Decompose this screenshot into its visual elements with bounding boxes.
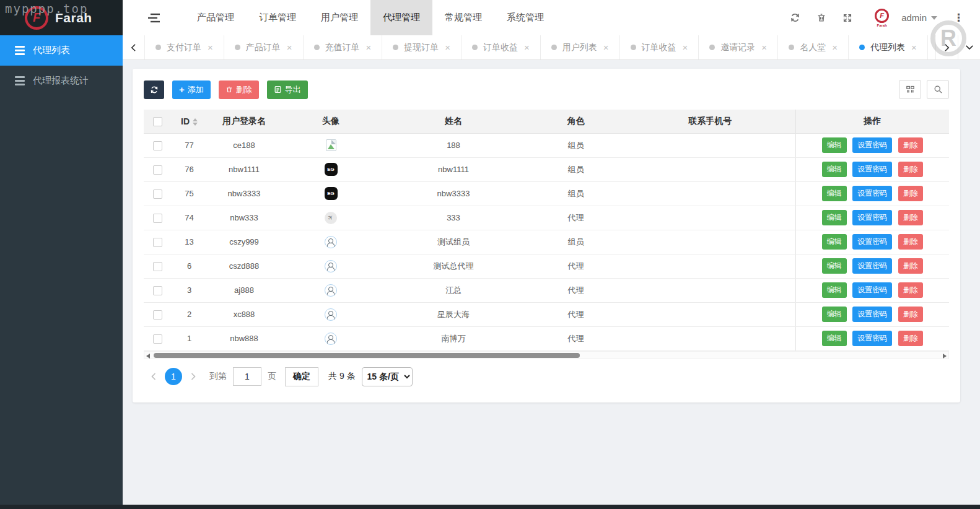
tab-close-icon[interactable]: × [287,42,292,53]
fullscreen-icon[interactable] [842,13,852,23]
tab[interactable]: 订单收益 × [620,35,699,59]
edit-button[interactable]: 编辑 [822,137,847,153]
set-password-button[interactable]: 设置密码 [852,162,892,177]
select-all-checkbox[interactable] [153,117,162,126]
table-row: 75 nbw3333 EG nbw3333 组员 编辑 设置密码 删除 [144,181,949,206]
export-button-label: 导出 [285,84,301,95]
tab-close-icon[interactable]: × [761,42,767,53]
tab-close-icon[interactable]: × [911,42,917,53]
tabs-dropdown-icon[interactable] [958,35,980,59]
set-password-button[interactable]: 设置密码 [852,331,892,346]
tab-close-icon[interactable]: × [683,42,688,53]
delete-row-button[interactable]: 删除 [898,137,923,153]
set-password-button[interactable]: 设置密码 [852,186,892,201]
top-header: 产品管理 订单管理 用户管理 代理管理 常规管理 系统管理 F Farah [123,0,980,35]
row-checkbox[interactable] [153,165,162,175]
scrollbar-thumb[interactable] [154,353,580,358]
delete-row-button[interactable]: 删除 [898,186,923,201]
row-checkbox[interactable] [153,238,162,247]
brand-logo-area[interactable]: F Farah [0,0,123,35]
export-button[interactable]: 导出 [267,80,308,99]
tabs-scroll-right-icon[interactable] [935,35,958,59]
tab[interactable]: 充值订单 × [304,35,383,59]
tab[interactable]: 邀请记录 × [699,35,778,59]
set-password-button[interactable]: 设置密码 [852,234,892,250]
prev-page-icon[interactable] [149,372,159,381]
confirm-page-button[interactable]: 确定 [285,367,318,386]
edit-button[interactable]: 编辑 [822,162,847,177]
edit-button[interactable]: 编辑 [822,331,847,346]
tab-close-icon[interactable]: × [366,42,372,53]
scroll-right-arrow-icon[interactable] [943,354,947,359]
delete-row-button[interactable]: 删除 [898,331,923,346]
edit-button[interactable]: 编辑 [822,307,847,322]
tab[interactable]: 订单收益 × [462,35,541,59]
tab-close-icon[interactable]: × [832,42,838,53]
column-settings-icon[interactable] [899,80,921,99]
top-nav-item[interactable]: 产品管理 [185,0,247,35]
row-checkbox[interactable] [153,286,162,295]
tab-close-icon[interactable]: × [603,42,609,53]
delete-row-button[interactable]: 删除 [898,162,923,177]
next-page-icon[interactable] [188,372,198,381]
tab-close-icon[interactable]: × [208,42,213,53]
sort-icon[interactable] [193,118,198,126]
edit-button[interactable]: 编辑 [822,210,847,225]
user-avatar[interactable]: F Farah [875,9,889,27]
tab-close-icon[interactable]: × [445,42,450,53]
trash-icon[interactable] [816,12,826,23]
set-password-button[interactable]: 设置密码 [852,307,892,322]
horizontal-scrollbar[interactable] [144,351,949,359]
top-nav: 产品管理 订单管理 用户管理 代理管理 常规管理 系统管理 [185,0,556,35]
sidebar-toggle-icon[interactable] [123,0,185,35]
column-header-name: 姓名 [380,110,527,133]
sidebar-item[interactable]: 代理报表统计 [0,66,123,96]
page-size-select[interactable]: 15 条/页 [362,367,413,386]
set-password-button[interactable]: 设置密码 [852,258,892,274]
current-page-button[interactable]: 1 [165,368,182,385]
delete-row-button[interactable]: 删除 [898,282,923,298]
refresh-icon[interactable] [790,12,800,23]
row-checkbox[interactable] [153,141,162,150]
delete-button[interactable]: 删除 [219,80,259,99]
delete-row-button[interactable]: 删除 [898,234,923,250]
row-checkbox[interactable] [153,334,162,344]
set-password-button[interactable]: 设置密码 [852,210,892,225]
add-button[interactable]: + 添加 [172,80,211,99]
delete-row-button[interactable]: 删除 [898,210,923,225]
set-password-button[interactable]: 设置密码 [852,282,892,298]
edit-button[interactable]: 编辑 [822,234,847,250]
goto-page-input[interactable] [233,367,261,386]
column-header-id[interactable]: ID [172,110,207,133]
set-password-button[interactable]: 设置密码 [852,137,892,153]
tab[interactable]: 支付订单 × [145,35,224,59]
search-icon[interactable] [927,80,949,99]
top-nav-item[interactable]: 代理管理 [370,0,432,35]
tab[interactable]: 提现订单 × [382,35,462,59]
row-checkbox[interactable] [153,310,162,320]
delete-row-button[interactable]: 删除 [898,258,923,274]
kebab-menu-icon[interactable]: ⋮ [953,11,964,24]
row-checkbox[interactable] [153,214,162,223]
row-checkbox[interactable] [153,262,162,271]
row-checkbox[interactable] [153,189,162,199]
scroll-left-arrow-icon[interactable] [146,354,150,359]
cell-login: nbw888 [207,326,281,350]
top-nav-item[interactable]: 用户管理 [308,0,370,35]
tab[interactable]: 代理列表 × [849,35,928,59]
tabs-scroll-left-icon[interactable] [123,35,145,59]
top-nav-item[interactable]: 系统管理 [494,0,556,35]
top-nav-item[interactable]: 订单管理 [247,0,308,35]
tab[interactable]: 名人堂 × [778,35,849,59]
refresh-table-button[interactable] [144,80,164,99]
top-nav-item[interactable]: 常规管理 [432,0,494,35]
edit-button[interactable]: 编辑 [822,186,847,201]
edit-button[interactable]: 编辑 [822,282,847,298]
tab[interactable]: 产品订单 × [224,35,304,59]
tab[interactable]: 用户列表 × [541,35,620,59]
sidebar-item[interactable]: 代理列表 [0,35,123,66]
delete-row-button[interactable]: 删除 [898,307,923,322]
user-menu[interactable]: admin [901,12,937,23]
tab-close-icon[interactable]: × [524,42,530,53]
edit-button[interactable]: 编辑 [822,258,847,274]
